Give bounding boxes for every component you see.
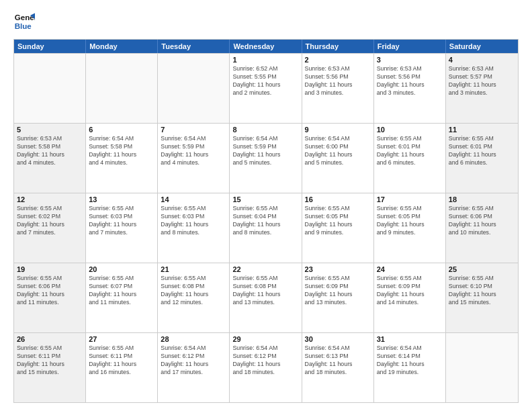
- day-info: Sunrise: 6:53 AM Sunset: 5:56 PM Dayligh…: [305, 65, 371, 97]
- day-info: Sunrise: 6:55 AM Sunset: 6:11 PM Dayligh…: [89, 345, 154, 377]
- cal-cell: 28Sunrise: 6:54 AM Sunset: 6:12 PM Dayli…: [158, 333, 230, 402]
- cal-cell: 5Sunrise: 6:53 AM Sunset: 5:58 PM Daylig…: [14, 124, 86, 193]
- day-number: 2: [305, 56, 371, 64]
- cal-header-cell-sunday: Sunday: [14, 40, 86, 53]
- day-number: 19: [17, 265, 83, 273]
- day-info: Sunrise: 6:54 AM Sunset: 6:14 PM Dayligh…: [377, 345, 443, 377]
- cal-header-cell-saturday: Saturday: [446, 40, 518, 53]
- day-number: 13: [89, 195, 154, 203]
- cal-cell: 13Sunrise: 6:55 AM Sunset: 6:03 PM Dayli…: [86, 193, 158, 263]
- day-number: 1: [232, 56, 298, 64]
- day-info: Sunrise: 6:54 AM Sunset: 5:58 PM Dayligh…: [89, 135, 154, 167]
- day-number: 25: [449, 265, 515, 273]
- cal-cell: [86, 54, 158, 123]
- day-number: 12: [17, 195, 83, 203]
- cal-header-cell-tuesday: Tuesday: [158, 40, 230, 53]
- day-number: 31: [377, 335, 443, 343]
- cal-cell: 8Sunrise: 6:54 AM Sunset: 5:59 PM Daylig…: [230, 124, 302, 193]
- cal-cell: 1Sunrise: 6:52 AM Sunset: 5:55 PM Daylig…: [230, 54, 302, 123]
- logo-icon: General Blue: [13, 11, 35, 32]
- cal-cell: 31Sunrise: 6:54 AM Sunset: 6:14 PM Dayli…: [374, 333, 446, 402]
- cal-cell: 16Sunrise: 6:55 AM Sunset: 6:05 PM Dayli…: [302, 193, 374, 263]
- day-info: Sunrise: 6:55 AM Sunset: 6:03 PM Dayligh…: [89, 205, 154, 237]
- cal-row-1: 5Sunrise: 6:53 AM Sunset: 5:58 PM Daylig…: [14, 123, 518, 193]
- cal-cell: 14Sunrise: 6:55 AM Sunset: 6:03 PM Dayli…: [158, 193, 230, 263]
- cal-cell: 20Sunrise: 6:55 AM Sunset: 6:07 PM Dayli…: [86, 263, 158, 332]
- day-info: Sunrise: 6:54 AM Sunset: 5:59 PM Dayligh…: [232, 135, 298, 167]
- cal-cell: 30Sunrise: 6:54 AM Sunset: 6:13 PM Dayli…: [302, 333, 374, 402]
- day-info: Sunrise: 6:55 AM Sunset: 6:08 PM Dayligh…: [232, 275, 298, 307]
- day-info: Sunrise: 6:55 AM Sunset: 6:08 PM Dayligh…: [161, 275, 226, 307]
- day-info: Sunrise: 6:55 AM Sunset: 6:05 PM Dayligh…: [305, 205, 371, 237]
- cal-header-cell-thursday: Thursday: [302, 40, 374, 53]
- cal-cell: 6Sunrise: 6:54 AM Sunset: 5:58 PM Daylig…: [86, 124, 158, 193]
- day-number: 15: [232, 195, 298, 203]
- day-number: 8: [232, 126, 298, 134]
- day-info: Sunrise: 6:55 AM Sunset: 6:09 PM Dayligh…: [377, 275, 443, 307]
- day-number: 7: [161, 126, 226, 134]
- day-number: 24: [377, 265, 443, 273]
- day-info: Sunrise: 6:53 AM Sunset: 5:57 PM Dayligh…: [449, 65, 515, 97]
- cal-cell: 7Sunrise: 6:54 AM Sunset: 5:59 PM Daylig…: [158, 124, 230, 193]
- day-number: 23: [305, 265, 371, 273]
- cal-cell: 26Sunrise: 6:55 AM Sunset: 6:11 PM Dayli…: [14, 333, 86, 402]
- cal-cell: 29Sunrise: 6:54 AM Sunset: 6:12 PM Dayli…: [230, 333, 302, 402]
- day-number: 29: [232, 335, 298, 343]
- cal-cell: 17Sunrise: 6:55 AM Sunset: 6:05 PM Dayli…: [374, 193, 446, 263]
- day-info: Sunrise: 6:55 AM Sunset: 6:07 PM Dayligh…: [89, 275, 154, 307]
- day-info: Sunrise: 6:55 AM Sunset: 6:06 PM Dayligh…: [17, 275, 83, 307]
- day-info: Sunrise: 6:54 AM Sunset: 6:12 PM Dayligh…: [161, 345, 226, 377]
- cal-cell: [446, 333, 518, 402]
- cal-cell: 24Sunrise: 6:55 AM Sunset: 6:09 PM Dayli…: [374, 263, 446, 332]
- cal-row-4: 26Sunrise: 6:55 AM Sunset: 6:11 PM Dayli…: [14, 332, 518, 402]
- calendar-header-row: SundayMondayTuesdayWednesdayThursdayFrid…: [14, 40, 518, 53]
- day-number: 18: [449, 195, 515, 203]
- svg-text:Blue: Blue: [15, 22, 32, 30]
- cal-cell: 3Sunrise: 6:53 AM Sunset: 5:56 PM Daylig…: [374, 54, 446, 123]
- day-info: Sunrise: 6:52 AM Sunset: 5:55 PM Dayligh…: [232, 65, 298, 97]
- day-number: 26: [17, 335, 83, 343]
- cal-cell: 12Sunrise: 6:55 AM Sunset: 6:02 PM Dayli…: [14, 193, 86, 263]
- day-info: Sunrise: 6:54 AM Sunset: 6:12 PM Dayligh…: [232, 345, 298, 377]
- cal-cell: 27Sunrise: 6:55 AM Sunset: 6:11 PM Dayli…: [86, 333, 158, 402]
- day-number: 5: [17, 126, 83, 134]
- day-info: Sunrise: 6:55 AM Sunset: 6:02 PM Dayligh…: [17, 205, 83, 237]
- day-info: Sunrise: 6:55 AM Sunset: 6:04 PM Dayligh…: [232, 205, 298, 237]
- day-number: 9: [305, 126, 371, 134]
- cal-header-cell-monday: Monday: [86, 40, 158, 53]
- day-number: 17: [377, 195, 443, 203]
- day-number: 22: [232, 265, 298, 273]
- day-number: 10: [377, 126, 443, 134]
- header: General Blue: [13, 11, 519, 32]
- day-info: Sunrise: 6:53 AM Sunset: 5:56 PM Dayligh…: [377, 65, 443, 97]
- day-number: 6: [89, 126, 154, 134]
- calendar-body: 1Sunrise: 6:52 AM Sunset: 5:55 PM Daylig…: [14, 53, 518, 402]
- cal-cell: 4Sunrise: 6:53 AM Sunset: 5:57 PM Daylig…: [446, 54, 518, 123]
- page: General Blue SundayMondayTuesdayWednesda…: [0, 0, 532, 411]
- cal-cell: 21Sunrise: 6:55 AM Sunset: 6:08 PM Dayli…: [158, 263, 230, 332]
- day-info: Sunrise: 6:55 AM Sunset: 6:09 PM Dayligh…: [305, 275, 371, 307]
- cal-cell: 25Sunrise: 6:55 AM Sunset: 6:10 PM Dayli…: [446, 263, 518, 332]
- cal-row-0: 1Sunrise: 6:52 AM Sunset: 5:55 PM Daylig…: [14, 53, 518, 123]
- day-number: 20: [89, 265, 154, 273]
- calendar: SundayMondayTuesdayWednesdayThursdayFrid…: [13, 39, 519, 403]
- day-number: 21: [161, 265, 226, 273]
- cal-header-cell-wednesday: Wednesday: [230, 40, 302, 53]
- day-info: Sunrise: 6:55 AM Sunset: 6:03 PM Dayligh…: [161, 205, 226, 237]
- day-number: 11: [449, 126, 515, 134]
- day-number: 30: [305, 335, 371, 343]
- day-number: 16: [305, 195, 371, 203]
- cal-cell: 22Sunrise: 6:55 AM Sunset: 6:08 PM Dayli…: [230, 263, 302, 332]
- day-info: Sunrise: 6:55 AM Sunset: 6:11 PM Dayligh…: [17, 345, 83, 377]
- day-info: Sunrise: 6:55 AM Sunset: 6:10 PM Dayligh…: [449, 275, 515, 307]
- cal-cell: 18Sunrise: 6:55 AM Sunset: 6:06 PM Dayli…: [446, 193, 518, 263]
- day-info: Sunrise: 6:54 AM Sunset: 6:00 PM Dayligh…: [305, 135, 371, 167]
- cal-cell: 10Sunrise: 6:55 AM Sunset: 6:01 PM Dayli…: [374, 124, 446, 193]
- day-number: 4: [449, 56, 515, 64]
- cal-cell: 2Sunrise: 6:53 AM Sunset: 5:56 PM Daylig…: [302, 54, 374, 123]
- cal-cell: 9Sunrise: 6:54 AM Sunset: 6:00 PM Daylig…: [302, 124, 374, 193]
- day-number: 3: [377, 56, 443, 64]
- cal-cell: [14, 54, 86, 123]
- day-info: Sunrise: 6:55 AM Sunset: 6:01 PM Dayligh…: [377, 135, 443, 167]
- cal-header-cell-friday: Friday: [374, 40, 446, 53]
